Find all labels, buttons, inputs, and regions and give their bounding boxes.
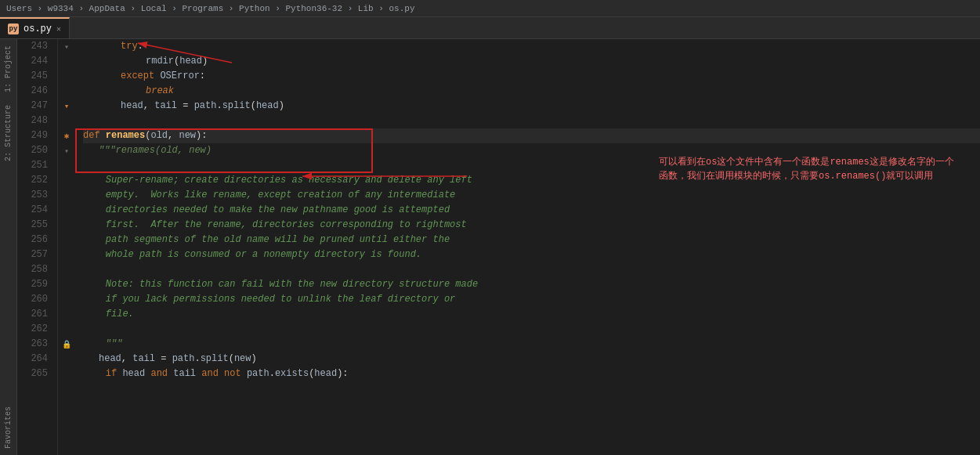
code-line-265: if head and tail and not path.exists(hea… [83, 367, 980, 381]
code-line-264: head, tail = path.split(new) [83, 352, 980, 367]
code-line-250: """renames(old, new) [83, 143, 980, 158]
code-line-260: if you lack permissions needed to unlink… [83, 292, 980, 307]
sidebar-item-favorites[interactable]: Favorites [4, 400, 13, 455]
code-line-256: path segments of the old name will be pr… [83, 233, 980, 247]
top-bar: Users › w9334 › AppData › Local › Progra… [0, 0, 980, 17]
fold-line-247[interactable]: ▾ [58, 39, 75, 54]
code-line-261: file. [83, 307, 980, 322]
fold-line-250[interactable]: ▾ [58, 143, 75, 158]
code-line-254: directories needed to make the new pathn… [83, 203, 980, 218]
breadcrumb: Users › w9334 › AppData › Local › Progra… [3, 4, 418, 13]
tab-label: os.py [24, 23, 52, 34]
tab-os-py[interactable]: py os.py ✕ [0, 17, 70, 38]
left-sidebar: 1: Project 2: Structure Favorites [0, 39, 17, 455]
lock-icon-263: 🔒 [58, 337, 75, 352]
code-line-246: break [83, 84, 980, 99]
code-line-262 [83, 322, 980, 337]
sidebar-item-project[interactable]: 1: Project [4, 39, 13, 99]
bookmark-249[interactable]: ✱ [58, 128, 75, 143]
code-line-258 [83, 262, 980, 277]
line-numbers: 243 244 245 246 247 248 249 250 251 252 … [17, 39, 58, 455]
code-line-259: Note: this function can fail with the ne… [83, 277, 980, 292]
code-line-252: Super-rename; create directories as nece… [83, 173, 980, 188]
code-line-249: def renames(old, new): [83, 128, 980, 143]
sidebar-item-structure[interactable]: 2: Structure [4, 99, 13, 168]
code-line-245: except OSError: [83, 69, 980, 84]
tab-bar: py os.py ✕ [0, 17, 980, 39]
code-line-244: rmdir(head) [83, 54, 980, 69]
fold-line-247b[interactable]: ▾ [58, 99, 75, 114]
code-line-251 [83, 158, 980, 173]
code-line-247: head, tail = path.split(head) [83, 99, 980, 114]
code-line-255: first. After the rename, directories cor… [83, 218, 980, 233]
code-line-263: """ [83, 337, 980, 352]
code-line-257: whole path is consumed or a nonempty dir… [83, 247, 980, 262]
tab-icon: py [8, 23, 19, 34]
code-line-243: try: [83, 39, 980, 54]
code-line-253: empty. Works like rename, except creatio… [83, 188, 980, 203]
tab-close-icon[interactable]: ✕ [56, 24, 61, 34]
gutter: ▾ ▾ ✱ ▾ [58, 39, 75, 455]
editor-area: 243 244 245 246 247 248 249 250 251 252 … [17, 39, 980, 455]
code-content: try: rmdir(head) except OSError: break h… [75, 39, 980, 455]
code-line-248 [83, 114, 980, 128]
